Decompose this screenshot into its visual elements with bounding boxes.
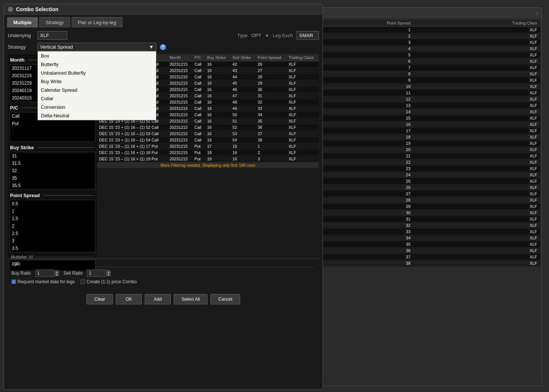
type-label: Type [237, 33, 248, 38]
point-spread-label: Point Spread [10, 193, 40, 198]
window-title: Combo Selection [16, 6, 58, 12]
buy-strike-item-4[interactable]: 35.5 [10, 182, 95, 189]
strategy-dropdown-menu: Box Butterfly Unbalanced Butterfly Buy W… [37, 51, 156, 120]
underlying-input[interactable] [37, 31, 67, 40]
strategy-option-calendar-spread[interactable]: Calendar Spread [38, 86, 156, 94]
type-dropdown-arrow[interactable]: ▼ [265, 33, 269, 38]
sell-ratio-arrows: ▲ ▼ [106, 270, 111, 276]
help-icon[interactable]: ? [160, 44, 166, 50]
checkbox-item-market-data: ✓ Request market data for legs [12, 279, 75, 284]
checkbox-price-combo-label: Create (1:1) price Combo [86, 279, 137, 284]
point-spread-section-header: Point Spread [9, 191, 95, 200]
buy-ratio-spinner[interactable]: ▲ ▼ [35, 270, 59, 277]
strategy-dropdown-container: Vertical Spread ▼ Box Butterfly Unbalanc… [37, 43, 156, 51]
strategy-option-conversion[interactable]: Conversion [38, 103, 156, 111]
point-spread-item-2[interactable]: 1.5 [10, 215, 95, 222]
point-spread-item-0[interactable]: 0.5 [10, 200, 95, 208]
point-spread-list[interactable]: 0.5 1 1.5 2 2.5 3 3.5 [9, 200, 95, 252]
main-window: Combo Selection Multiple Strategy Pair o… [4, 4, 323, 390]
col-month: Month [167, 54, 192, 61]
ok-button[interactable]: OK [116, 294, 142, 304]
combo-table-row[interactable]: DEC 15 '23 + (1) 16 – (1) 54 Call2023121… [97, 137, 319, 143]
col-buy-strike: Buy Strike [205, 54, 230, 61]
combo-table-row[interactable]: DEC 15 '23 – (1) 16 + (1) 17 Put20231215… [97, 143, 319, 150]
sell-ratio-label: Sell Ratio [63, 271, 82, 276]
point-spread-item-1[interactable]: 1 [10, 208, 95, 215]
strategy-option-butterfly[interactable]: Butterfly [38, 60, 156, 69]
buy-strike-item-3[interactable]: 35 [10, 174, 95, 182]
strategy-option-buy-write[interactable]: Buy Write [38, 77, 156, 86]
buy-strike-divider [37, 147, 95, 148]
strategy-current-value: Vertical Spread [40, 44, 73, 50]
add-button[interactable]: Add [145, 294, 171, 304]
type-value: OPT [251, 33, 261, 38]
checkbox-market-data[interactable]: ✓ [12, 280, 16, 284]
strategy-option-delta-neutral[interactable]: Delta-Neutral [38, 111, 156, 120]
buy-ratio-arrows: ▲ ▼ [55, 270, 59, 276]
button-row: Clear OK Add Select All Cancel [8, 290, 319, 306]
input-row: Buy Ratio ▲ ▼ Sell Ratio ▲ ▼ [12, 270, 315, 277]
tab-strategy[interactable]: Strategy [39, 17, 70, 27]
underlying-label: Underlying [8, 33, 34, 38]
buy-strike-item-2[interactable]: 32 [10, 167, 95, 174]
point-spread-divider [43, 195, 95, 196]
strategy-option-collar[interactable]: Collar [38, 94, 156, 103]
tab-bar: Multiple Strategy Pair or Leg-by-leg [4, 15, 323, 27]
buy-strike-item-1[interactable]: 31.5 [10, 160, 95, 167]
strategy-select[interactable]: Vertical Spread ▼ [37, 43, 156, 51]
clear-button[interactable]: Clear [86, 294, 113, 304]
content-area: Underlying Type OPT ▼ Leg Exch Strategy … [4, 27, 323, 310]
buy-ratio-label: Buy Ratio [12, 271, 31, 276]
col-point-spread: Point Spread [255, 54, 286, 61]
point-spread-item-5[interactable]: 3 [10, 237, 95, 245]
pc-item-put[interactable]: Put [10, 120, 95, 127]
combo-table-row[interactable]: DEC 15 '23 + (1) 16 – (1) 52 Call2023121… [97, 124, 319, 131]
underlying-row: Underlying Type OPT ▼ Leg Exch [8, 31, 319, 40]
sell-ratio-spinner[interactable]: ▲ ▼ [87, 270, 111, 277]
checkbox-item-price-combo: Create (1:1) price Combo [81, 279, 137, 284]
multiplier-line [35, 257, 94, 257]
col-sell-strike: Sell Strike [230, 54, 255, 61]
point-spread-item-6[interactable]: 3.5 [10, 245, 95, 252]
status-bar: More Filtering needed. Displaying only f… [97, 162, 319, 168]
select-all-button[interactable]: Select All [174, 294, 207, 304]
tab-multiple[interactable]: Multiple [7, 17, 38, 27]
sell-ratio-input[interactable] [87, 270, 105, 277]
multiplier-row: Multiplier All [9, 254, 95, 260]
strategy-row: Strategy Vertical Spread ▼ Box Butterfly… [8, 43, 319, 51]
sell-ratio-up[interactable]: ▲ [106, 270, 111, 273]
resize-icon: ⤢ [536, 11, 539, 15]
strategy-option-box[interactable]: Box [38, 52, 156, 60]
strategy-option-unbalanced-butterfly[interactable]: Unbalanced Butterfly [38, 69, 156, 77]
buy-ratio-input[interactable] [35, 270, 54, 277]
multiplier-value[interactable]: 100 [10, 260, 95, 268]
multiplier-all[interactable]: All [29, 255, 33, 259]
buy-ratio-up[interactable]: ▲ [55, 270, 59, 273]
leg-exch-input[interactable] [297, 31, 319, 40]
col-pc: P/C [192, 54, 205, 61]
combo-table-row[interactable]: DEC 15 '23 – (1) 16 + (1) 19 Put20231215… [97, 156, 319, 162]
bg-col-trading-class: Trading Class [414, 20, 540, 27]
point-spread-item-4[interactable]: 2.5 [10, 230, 95, 237]
tab-pair-leg[interactable]: Pair or Leg-by-leg [72, 17, 122, 27]
buy-strike-list[interactable]: 31 31.5 32 35 35.5 [9, 152, 95, 190]
cancel-button[interactable]: Cancel [210, 294, 240, 304]
checkbox-price-combo[interactable] [81, 280, 85, 284]
pc-label: P/C [10, 105, 18, 111]
month-label: Month [10, 57, 24, 63]
buy-strike-section-header: Buy Strike [9, 143, 95, 152]
col-trading-class: Trading Class [286, 54, 319, 61]
title-bar: Combo Selection [4, 4, 323, 15]
buy-strike-item-0[interactable]: 31 [10, 152, 95, 160]
combo-table-row[interactable]: DEC 15 '23 – (1) 16 + (1) 18 Put20231215… [97, 150, 319, 156]
close-button[interactable] [8, 7, 13, 12]
point-spread-item-3[interactable]: 2 [10, 222, 95, 230]
strategy-dropdown-arrow: ▼ [149, 44, 154, 50]
sell-ratio-down[interactable]: ▼ [106, 273, 111, 276]
combo-table-row[interactable]: DEC 15 '23 + (1) 16 – (1) 53 Call2023121… [97, 131, 319, 137]
checkbox-row: ✓ Request market data for legs Create (1… [12, 279, 315, 284]
buy-strike-label: Buy Strike [10, 145, 34, 150]
checkbox-market-data-label: Request market data for legs [17, 279, 75, 284]
strategy-label: Strategy [8, 44, 34, 50]
buy-ratio-down[interactable]: ▼ [55, 273, 59, 276]
